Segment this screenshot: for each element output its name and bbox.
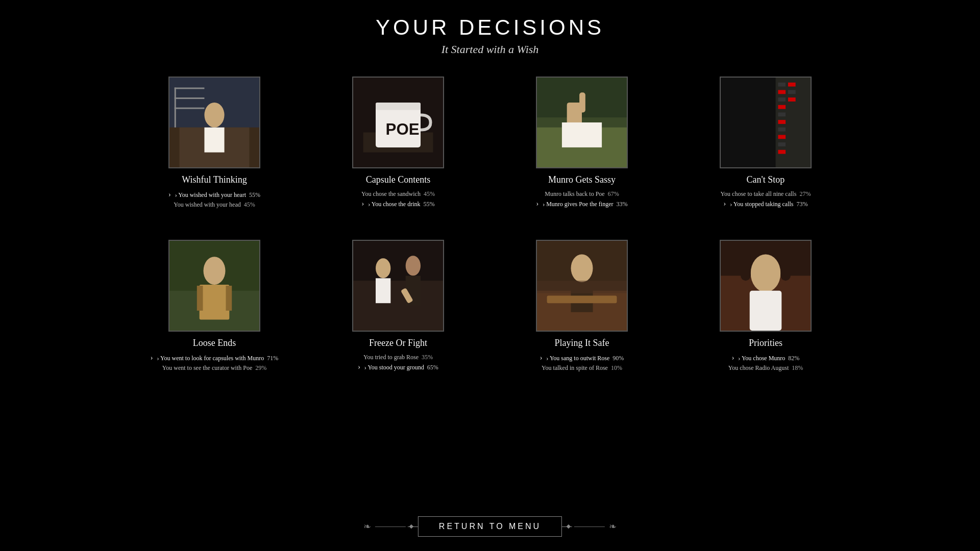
flourish-line-left [375,527,406,527]
choice-text-priorities-0: › You chose Munro [738,354,785,363]
card-image-cant-stop [720,77,812,168]
svg-rect-28 [778,128,786,132]
choice-text-playing-it-safe-1: You talked in spite of Rose [542,363,608,372]
svg-rect-58 [741,251,751,281]
return-button-label[interactable]: RETURN TO MENU [418,516,562,537]
choice-pct-wishful-thinking-1: 45% [244,200,255,209]
choice-pct-playing-it-safe-1: 10% [611,363,622,372]
choice-pct-loose-ends-1: 29% [255,363,266,372]
choice-row-playing-it-safe-0: › You sang to outwit Rose90% [531,353,633,363]
decision-card-freeze-or-fight: Freeze Or FightYou tried to grab Rose35%… [352,240,444,372]
choice-row-loose-ends-1: You went to see the curator with Poe29% [163,363,265,372]
svg-rect-30 [778,142,786,146]
choice-pct-munro-gets-sassy-1: 33% [616,199,627,209]
card-choices-capsule-contents: You chose the sandwich45%› You chose the… [347,189,449,209]
svg-rect-8 [175,108,205,109]
choice-text-cant-stop-0: You chose to take all nine calls [721,189,797,198]
choice-pct-munro-gets-sassy-0: 67% [608,189,619,198]
card-title-cant-stop: Can't Stop [747,174,785,185]
choice-row-playing-it-safe-1: You talked in spite of Rose10% [531,363,633,372]
choice-pct-cant-stop-1: 73% [797,199,808,209]
card-choices-cant-stop: You chose to take all nine calls27%› You… [715,189,817,209]
choice-pct-cant-stop-0: 27% [799,189,811,198]
flourish-line-right [574,527,605,527]
card-choices-loose-ends: › You went to look for capsules with Mun… [163,353,265,372]
svg-rect-31 [778,150,786,154]
svg-rect-34 [788,97,796,102]
choice-text-cant-stop-1: › You stopped taking calls [730,199,793,209]
card-title-playing-it-safe: Playing It Safe [555,338,609,348]
header: YOUR DECISIONS It Started with a Wish [376,15,604,56]
svg-rect-5 [175,88,176,128]
svg-point-45 [406,256,421,276]
choice-text-playing-it-safe-0: › You sang to outwit Rose [546,354,609,363]
card-title-wishful-thinking: Wishful Thinking [182,174,247,185]
choice-text-freeze-or-fight-0: You tried to grab Rose [363,353,419,362]
svg-rect-38 [200,285,230,319]
svg-rect-52 [547,296,617,304]
choice-pct-priorities-0: 82% [788,354,799,363]
choice-pct-freeze-or-fight-0: 35% [422,353,433,362]
choice-pct-priorities-1: 18% [792,363,803,372]
svg-rect-12 [376,103,421,110]
choice-text-capsule-contents-0: You chose the sandwich [361,189,421,198]
svg-rect-29 [778,135,786,139]
svg-rect-4 [204,128,224,153]
decision-card-capsule-contents: POECapsule ContentsYou chose the sandwic… [352,77,444,209]
svg-rect-25 [778,105,786,109]
choice-text-munro-gets-sassy-1: › Munro gives Poe the finger [543,199,613,209]
decision-card-loose-ends: Loose Ends› You went to look for capsule… [168,240,260,372]
svg-rect-33 [788,90,796,94]
svg-rect-32 [788,83,796,87]
choice-row-wishful-thinking-1: You wished with your head45% [163,200,265,209]
svg-text:POE: POE [386,120,420,138]
svg-rect-23 [778,90,786,94]
choice-text-loose-ends-0: › You went to look for capsules with Mun… [157,354,264,363]
card-title-capsule-contents: Capsule Contents [366,174,431,185]
svg-rect-44 [376,278,390,303]
choice-pct-wishful-thinking-0: 55% [249,190,260,199]
svg-rect-19 [562,122,602,147]
choice-row-loose-ends-0: › You went to look for capsules with Mun… [163,353,265,363]
svg-rect-6 [175,88,205,89]
choice-text-wishful-thinking-1: You wished with your head [174,200,240,209]
choice-row-priorities-0: › You chose Munro82% [715,353,817,363]
svg-point-50 [571,254,593,282]
choice-row-freeze-or-fight-1: › You stood your ground65% [347,362,449,372]
svg-rect-22 [778,83,786,87]
return-to-menu-button[interactable]: ❧ RETURN TO MENU ❧ [363,516,617,537]
svg-rect-26 [778,112,786,116]
flourish-diamond-right [567,524,571,529]
card-image-playing-it-safe [536,240,628,332]
page-subtitle: It Started with a Wish [376,43,604,56]
choice-row-freeze-or-fight-0: You tried to grab Rose35% [347,353,449,362]
decision-card-priorities: Priorities› You chose Munro82%You chose … [720,240,812,372]
choice-row-cant-stop-1: › You stopped taking calls73% [715,198,817,209]
card-title-munro-gets-sassy: Munro Gets Sassy [548,174,616,185]
svg-rect-40 [226,286,232,311]
choice-text-loose-ends-1: You went to see the curator with Poe [162,363,252,372]
card-image-priorities [720,240,812,332]
choice-text-freeze-or-fight-1: › You stood your ground [364,363,424,372]
card-image-wishful-thinking [168,77,260,168]
svg-point-43 [376,258,390,278]
choice-text-munro-gets-sassy-0: Munro talks back to Poe [545,189,604,198]
card-choices-wishful-thinking: › You wished with your heart55%You wishe… [163,189,265,209]
choice-row-capsule-contents-1: › You chose the drink55% [347,198,449,209]
card-image-freeze-or-fight [352,240,444,332]
choice-text-capsule-contents-1: › You chose the drink [368,199,420,209]
svg-rect-53 [537,281,627,293]
card-image-munro-gets-sassy [536,77,628,168]
flourish-left: ❧ [363,521,371,532]
choice-row-munro-gets-sassy-0: Munro talks back to Poe67% [531,189,633,198]
svg-point-3 [204,103,224,128]
svg-point-37 [203,257,225,285]
page-container: YOUR DECISIONS It Started with a Wish Wi… [0,0,980,551]
svg-rect-7 [175,97,205,99]
choice-pct-capsule-contents-1: 55% [424,199,435,209]
svg-rect-39 [197,286,203,311]
choice-row-capsule-contents-0: You chose the sandwich45% [347,189,449,198]
choice-pct-freeze-or-fight-1: 65% [427,363,438,372]
svg-rect-27 [778,120,786,124]
card-image-capsule-contents: POE [352,77,444,168]
